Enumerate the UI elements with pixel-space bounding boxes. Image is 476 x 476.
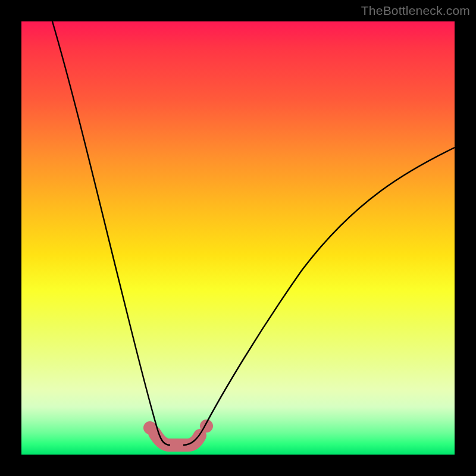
plot-area	[21, 21, 455, 455]
chart-frame: TheBottleneck.com	[0, 0, 476, 476]
watermark-text: TheBottleneck.com	[361, 4, 470, 18]
curve-right	[183, 148, 455, 445]
bottom-segment	[143, 419, 213, 445]
chart-svg	[21, 21, 455, 455]
curve-left	[52, 21, 170, 445]
